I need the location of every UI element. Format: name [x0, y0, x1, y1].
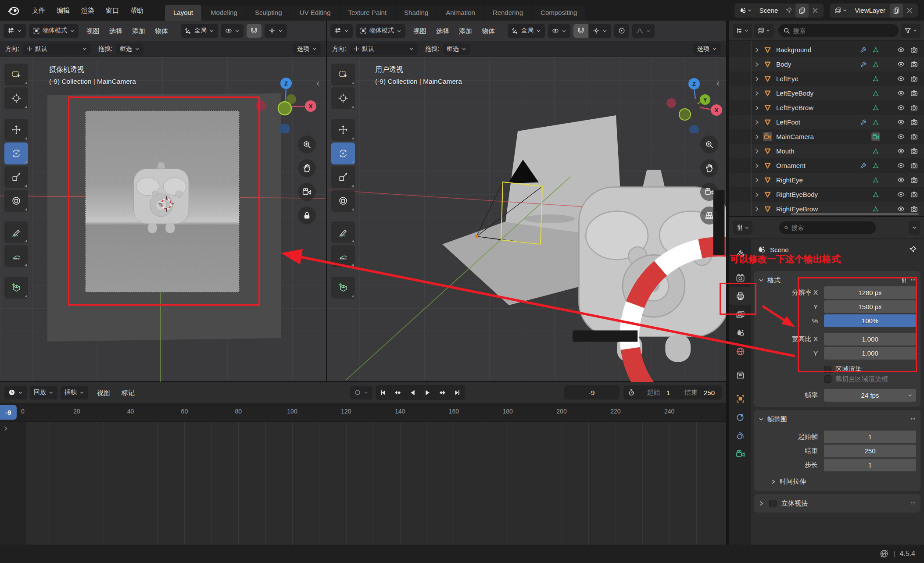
- viewport-menu-3[interactable]: 物体: [477, 21, 500, 41]
- hide-in-viewport-toggle[interactable]: [897, 118, 905, 126]
- tool-cursor[interactable]: [331, 87, 355, 109]
- unlink-scene-button[interactable]: [809, 4, 822, 18]
- stereoscopy-checkbox[interactable]: [769, 500, 777, 507]
- scene-selector[interactable]: Scene: [734, 4, 824, 18]
- timeline-channels[interactable]: [0, 422, 726, 545]
- zoom-button[interactable]: [700, 135, 718, 153]
- aspect-x-field[interactable]: 1.000: [824, 333, 916, 346]
- crop-to-region-checkbox[interactable]: [824, 375, 831, 383]
- options-dropdown[interactable]: 选项: [293, 43, 321, 55]
- outliner-item-maincamera[interactable]: MainCamera: [729, 129, 924, 144]
- presets-icon[interactable]: [901, 277, 907, 283]
- blender-logo-icon[interactable]: [7, 5, 20, 16]
- outliner-item-righteye[interactable]: RightEye: [729, 173, 924, 187]
- time-stretch-section[interactable]: 时间拉伸: [770, 477, 916, 486]
- play-reverse-button[interactable]: [405, 385, 420, 400]
- disable-in-render-toggle[interactable]: [910, 104, 918, 111]
- workspace-tab-rendering[interactable]: Rendering: [484, 5, 531, 21]
- jump-to-start-button[interactable]: [376, 385, 390, 400]
- frame-step-field[interactable]: 1: [824, 459, 916, 471]
- workspace-tab-animation[interactable]: Animation: [437, 5, 483, 21]
- direction-dropdown[interactable]: 默认: [23, 43, 91, 55]
- outliner-item-lefteyebody[interactable]: LeftEyeBody: [729, 86, 924, 100]
- transform-orientation-dropdown[interactable]: 全局: [181, 24, 218, 38]
- disable-in-render-toggle[interactable]: [910, 191, 918, 198]
- viewport-user[interactable]: 物体模式 视图选择添加物体 全局 方向: 默认 拖拽: 框选 选项: [327, 21, 726, 382]
- properties-options-button[interactable]: [909, 221, 920, 235]
- aspect-y-field[interactable]: 1.000: [824, 347, 916, 360]
- hide-in-viewport-toggle[interactable]: [897, 147, 905, 155]
- playback-menu[interactable]: 回放: [30, 386, 57, 399]
- tool-select-box[interactable]: [4, 64, 28, 86]
- tab-object[interactable]: [729, 389, 751, 408]
- tool-scale[interactable]: [331, 166, 355, 188]
- outliner-item-lefteyebrow[interactable]: LeftEyeBrow: [729, 100, 924, 115]
- viewport-camera[interactable]: 物体模式 视图选择添加物体 全局 方向: 默认 拖拽: 框选 选项: [0, 21, 326, 382]
- disable-in-render-toggle[interactable]: [910, 118, 918, 126]
- main-menu-4[interactable]: 帮助: [125, 7, 149, 14]
- expand-icon[interactable]: [754, 105, 760, 111]
- pan-button[interactable]: [700, 159, 718, 177]
- tab-world[interactable]: [729, 342, 751, 360]
- editor-type-button[interactable]: [733, 221, 752, 235]
- remove-viewlayer-button[interactable]: [903, 4, 916, 18]
- tab-object-data[interactable]: [729, 445, 751, 463]
- tab-view-layer[interactable]: [729, 305, 751, 324]
- frame-start-field[interactable]: 1: [824, 431, 916, 443]
- expand-icon[interactable]: [754, 134, 760, 140]
- proportional-edit-toggle[interactable]: [614, 24, 629, 38]
- start-frame-field[interactable]: 起始1: [640, 385, 677, 399]
- keying-menu[interactable]: 插帧: [61, 386, 88, 399]
- outliner-search[interactable]: [778, 24, 899, 37]
- viewport-menu-0[interactable]: 视图: [408, 21, 431, 41]
- workspace-tab-texture-paint[interactable]: Texture Paint: [340, 5, 395, 21]
- pin-icon[interactable]: [909, 246, 917, 254]
- disable-in-render-toggle[interactable]: [910, 162, 918, 169]
- direction-dropdown[interactable]: 默认: [350, 43, 418, 55]
- expand-icon[interactable]: [754, 192, 760, 198]
- pivot-point-dropdown[interactable]: [548, 24, 570, 38]
- breadcrumb-scene[interactable]: Scene: [770, 246, 789, 253]
- proportional-falloff-dropdown[interactable]: [632, 24, 655, 38]
- outliner-item-background[interactable]: Background: [729, 43, 924, 57]
- viewport-menu-2[interactable]: 添加: [127, 21, 150, 41]
- disable-in-render-toggle[interactable]: [910, 61, 918, 68]
- sidebar-collapse-arrow[interactable]: ‹: [716, 78, 720, 88]
- disable-in-render-toggle[interactable]: [910, 46, 918, 53]
- next-keyframe-button[interactable]: [435, 385, 450, 400]
- tool-cursor[interactable]: [4, 87, 28, 109]
- tool-rotate[interactable]: [4, 143, 28, 164]
- axis-gizmo[interactable]: Z X: [248, 67, 322, 133]
- snap-toggle[interactable]: [573, 24, 588, 38]
- outliner-filter-type-dropdown[interactable]: [754, 24, 774, 38]
- tab-constraints[interactable]: [729, 408, 751, 426]
- new-scene-button[interactable]: [795, 4, 809, 18]
- workspace-tab-layout[interactable]: Layout: [165, 5, 201, 21]
- pivot-point-dropdown[interactable]: [221, 24, 244, 38]
- editor-type-button[interactable]: [4, 24, 26, 38]
- tool-scale[interactable]: [4, 166, 28, 188]
- format-panel-header[interactable]: 格式: [758, 274, 916, 286]
- viewlayer-selector[interactable]: ViewLayer: [830, 4, 918, 18]
- jump-to-end-button[interactable]: [450, 385, 465, 400]
- camera-view-button[interactable]: [700, 183, 718, 201]
- scene-name[interactable]: Scene: [755, 7, 783, 14]
- properties-search[interactable]: [779, 221, 876, 234]
- workspace-tab-uv-editing[interactable]: UV Editing: [291, 5, 339, 21]
- channel-expand-icon[interactable]: [3, 425, 9, 431]
- viewlayer-name[interactable]: ViewLayer: [850, 7, 890, 14]
- viewport-menu-1[interactable]: 选择: [104, 21, 127, 41]
- expand-icon[interactable]: [754, 90, 760, 96]
- pin-icon[interactable]: [782, 4, 795, 18]
- disable-in-render-toggle[interactable]: [910, 133, 918, 140]
- disable-in-render-toggle[interactable]: [910, 89, 918, 97]
- pan-button[interactable]: [298, 159, 316, 177]
- mode-dropdown[interactable]: 物体模式: [29, 24, 79, 38]
- hide-in-viewport-toggle[interactable]: [897, 61, 905, 68]
- tab-collection[interactable]: [729, 366, 751, 384]
- expand-icon[interactable]: [754, 148, 760, 154]
- outliner-item-leftfoot[interactable]: LeftFoot: [729, 115, 924, 129]
- disable-in-render-toggle[interactable]: [910, 75, 918, 82]
- disable-in-render-toggle[interactable]: [910, 147, 918, 155]
- tool-measure[interactable]: [331, 245, 355, 267]
